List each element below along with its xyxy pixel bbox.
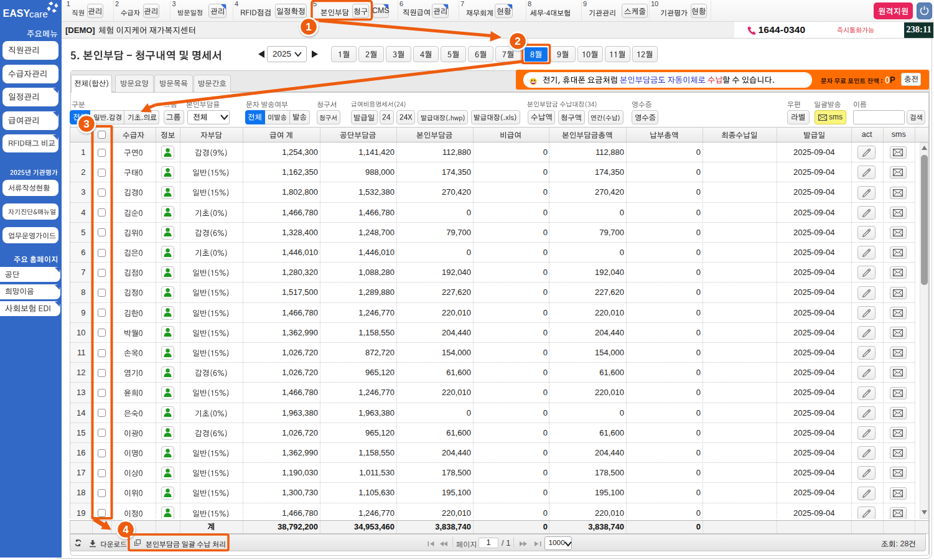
svg-text:1: 1	[306, 21, 311, 33]
svg-text:2: 2	[515, 35, 520, 47]
svg-text:4: 4	[123, 524, 129, 536]
svg-text:3: 3	[83, 118, 89, 130]
